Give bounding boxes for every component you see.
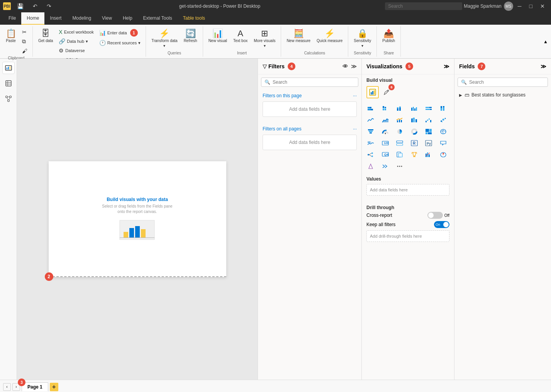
fields-search-input[interactable]	[469, 79, 544, 85]
viz-donut[interactable]	[409, 126, 420, 137]
sidebar-model-icon[interactable]	[2, 93, 15, 105]
tab-help[interactable]: Help	[117, 12, 138, 25]
tab-home[interactable]: Home	[21, 12, 44, 25]
sidebar-report-icon[interactable]	[2, 62, 15, 74]
undo-button[interactable]: ↶	[30, 2, 41, 11]
datahub-button[interactable]: 🔗 Data hub ▾	[57, 37, 95, 46]
viz-stacked-bar[interactable]	[365, 103, 376, 114]
viz-card[interactable]: 123	[380, 138, 391, 149]
new-measure-button[interactable]: 🧮 New measure	[284, 28, 313, 44]
viz-qa[interactable]: Q&A	[380, 149, 391, 160]
maximize-button[interactable]: □	[526, 2, 536, 11]
cross-report-toggle[interactable]: Off	[427, 212, 449, 219]
filters-search-input[interactable]	[273, 79, 355, 85]
viz-multi-row-card[interactable]	[394, 138, 405, 149]
viz-clustered-bar[interactable]	[380, 103, 391, 114]
fields-expand-icon[interactable]: ≫	[541, 63, 546, 69]
new-visual-button[interactable]: 📊 New visual	[206, 28, 229, 44]
ribbon-collapse[interactable]: ▲	[543, 26, 551, 57]
viz-pie[interactable]	[394, 126, 405, 137]
minimize-button[interactable]: ─	[515, 2, 525, 11]
recent-sources-button[interactable]: 🕐 Recent sources ▾	[97, 39, 142, 47]
filters-all-label: Filters on all pages	[263, 126, 302, 132]
tab-view[interactable]: View	[97, 12, 117, 25]
copy-button[interactable]: ⧉	[20, 37, 29, 46]
page1-tab[interactable]: Page 1	[22, 382, 48, 391]
tab-table-tools[interactable]: Table tools	[178, 12, 210, 25]
viz-more[interactable]	[394, 161, 405, 172]
filter-expand-icon[interactable]: ≫	[351, 63, 357, 69]
viz-100pct-stacked-bar[interactable]	[423, 103, 434, 114]
viz-scatter[interactable]	[437, 115, 449, 125]
viz-chevrons[interactable]	[380, 161, 391, 172]
quick-measure-button[interactable]: ⚡ Quick measure	[314, 28, 345, 44]
viz-smart-narrative[interactable]	[437, 138, 449, 149]
viz-trophy[interactable]	[409, 149, 420, 160]
viz-expand-icon[interactable]: ≫	[444, 63, 449, 69]
keep-filters-row: Keep all filters On	[366, 221, 449, 228]
fields-item-sunglasses[interactable]: ▶ 🗃 Best states for sunglasses	[454, 90, 551, 100]
excel-button[interactable]: X Excel workbook	[57, 28, 95, 36]
redo-button[interactable]: ↷	[44, 2, 54, 11]
add-page-button[interactable]: +	[50, 383, 58, 391]
viz-line-chart[interactable]	[365, 115, 376, 125]
viz-stacked-col[interactable]	[394, 103, 405, 114]
tab-insert[interactable]: Insert	[44, 12, 67, 25]
tab-external-tools[interactable]: External Tools	[138, 12, 178, 25]
viz-build-btn[interactable]	[366, 86, 379, 98]
cut-button[interactable]: ✂	[20, 28, 29, 36]
viz-r-visual[interactable]: R	[409, 138, 420, 149]
viz-funnel[interactable]	[365, 126, 376, 137]
filters-all-more[interactable]: ···	[353, 126, 357, 132]
viz-python-visual[interactable]: Py	[423, 138, 434, 149]
enter-data-button[interactable]: 📊 Enter data 1	[97, 28, 142, 38]
refresh-button[interactable]: 🔄 Refresh	[181, 28, 200, 44]
fields-search-box[interactable]: 🔍	[458, 78, 548, 87]
viz-paginated[interactable]	[394, 149, 405, 160]
viz-treemap[interactable]	[423, 126, 434, 137]
publish-button[interactable]: 📤 Publish	[380, 28, 397, 44]
viz-bar-2[interactable]	[423, 149, 434, 160]
viz-decomp-tree[interactable]	[365, 149, 376, 160]
title-bar: PBI 💾 ↶ ↷ get-started-desktop - Power BI…	[0, 0, 551, 12]
svg-rect-21	[371, 92, 372, 95]
viz-100pct-stacked-col[interactable]	[437, 103, 449, 114]
tab-prev-button[interactable]: ‹	[3, 383, 11, 391]
viz-map[interactable]	[437, 126, 449, 137]
format-painter-button[interactable]: 🖌	[20, 47, 29, 55]
filters-page-more[interactable]: ···	[353, 93, 357, 98]
viz-gauge[interactable]	[380, 126, 391, 137]
close-button[interactable]: ✕	[537, 2, 548, 11]
keep-filters-toggle-control[interactable]: On	[434, 221, 449, 228]
transform-data-button[interactable]: ⚡ Transform data ▾	[149, 28, 180, 49]
svg-line-24	[387, 91, 388, 91]
global-search-input[interactable]	[385, 2, 462, 10]
save-button[interactable]: 💾	[14, 2, 27, 11]
share-items: 📤 Publish	[380, 28, 397, 50]
viz-kpi[interactable]: KPI	[365, 138, 376, 149]
viz-ribbon-chart[interactable]	[409, 115, 420, 125]
text-box-button[interactable]: A Text box	[231, 28, 250, 44]
viz-format-btn[interactable]: 6	[380, 86, 393, 98]
viz-line-col[interactable]	[394, 115, 405, 125]
viz-shape[interactable]	[365, 161, 376, 172]
svg-rect-4	[6, 81, 11, 86]
sensitivity-button[interactable]: 🔒 Sensitivity ▾	[351, 28, 373, 49]
keep-filters-toggle[interactable]: On	[434, 221, 449, 228]
filter-eye-icon[interactable]: 👁	[342, 63, 348, 69]
page1-tab-container: 3 Page 1	[22, 382, 48, 391]
cross-report-toggle-control[interactable]	[427, 212, 443, 219]
tab-modeling[interactable]: Modeling	[67, 12, 97, 25]
get-data-button[interactable]: 🗄 Get data	[36, 28, 55, 44]
viz-azure-map[interactable]	[437, 149, 449, 160]
viz-clustered-col[interactable]	[409, 103, 420, 114]
tab-file[interactable]: File	[3, 12, 21, 25]
viz-values-drop: Add data fields here	[366, 184, 449, 196]
dataverse-button[interactable]: ⚙ Dataverse	[57, 46, 95, 55]
viz-waterfall[interactable]	[423, 115, 434, 125]
paste-button[interactable]: 📋 Paste	[3, 28, 19, 44]
sidebar-data-icon[interactable]	[2, 77, 15, 90]
viz-area-chart[interactable]	[380, 115, 391, 125]
filters-search-box[interactable]: 🔍	[261, 78, 358, 87]
more-visuals-button[interactable]: ⊞ More visuals ▾	[251, 28, 278, 49]
